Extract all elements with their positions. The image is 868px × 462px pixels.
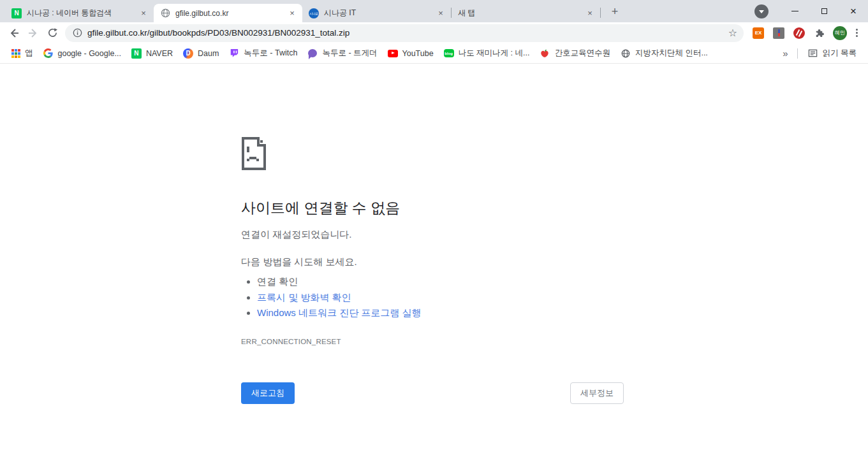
bookmarks-overflow-button[interactable]: » bbox=[779, 48, 791, 59]
tab-title: 시나공 : 네이버 통합검색 bbox=[27, 8, 133, 18]
speech-bubble-icon bbox=[307, 48, 318, 59]
bookmark-daum[interactable]: D Daum bbox=[178, 47, 224, 61]
bookmark-star-icon[interactable]: ☆ bbox=[728, 27, 737, 39]
bookmark-label: 녹두로 - 트게더 bbox=[322, 48, 377, 59]
tab-close-icon[interactable]: × bbox=[138, 8, 149, 18]
back-button[interactable] bbox=[5, 24, 23, 42]
apps-grid-icon bbox=[11, 49, 20, 58]
refresh-icon bbox=[47, 27, 58, 38]
page-info-icon[interactable] bbox=[73, 28, 82, 38]
error-container: 사이트에 연결할 수 없음 연결이 재설정되었습니다. 다음 방법을 시도해 보… bbox=[241, 64, 624, 404]
reading-list-icon bbox=[808, 48, 818, 59]
reload-button[interactable]: 새로고침 bbox=[241, 382, 295, 404]
daum-icon: D bbox=[183, 48, 193, 59]
bookmark-label: 앱 bbox=[25, 48, 33, 59]
reading-list-button[interactable]: 읽기 목록 bbox=[803, 46, 862, 61]
extension-bar-icon[interactable] bbox=[773, 27, 784, 39]
bookmark-naver[interactable]: N NAVER bbox=[126, 47, 178, 61]
naver-icon: N bbox=[131, 48, 142, 59]
url-text[interactable]: gfile.gilbut.co.kr/gilbut/bookpds/PD03/B… bbox=[87, 28, 723, 38]
extensions-puzzle-icon[interactable] bbox=[810, 24, 828, 42]
tab-title: gfile.gilbut.co.kr bbox=[175, 9, 282, 18]
bookmark-label: 지방자치단체 인터... bbox=[635, 48, 708, 59]
tab-naver-search[interactable]: N 시나공 : 네이버 통합검색 × bbox=[5, 4, 154, 22]
suggestion-intro: 다음 방법을 시도해 보세요. bbox=[241, 256, 624, 268]
extension-ex-icon[interactable]: EX bbox=[753, 27, 764, 39]
bookmark-youtube[interactable]: YouTube bbox=[383, 47, 439, 61]
restore-icon bbox=[821, 8, 827, 14]
tab-close-icon[interactable]: × bbox=[436, 8, 446, 18]
bookmark-label: YouTube bbox=[402, 49, 434, 58]
google-g-icon bbox=[43, 48, 54, 59]
bookmark-twitch[interactable]: 녹두로 - Twitch bbox=[224, 46, 302, 61]
suggestion-item: 프록시 및 방화벽 확인 bbox=[257, 290, 624, 306]
tab-strip: N 시나공 : 네이버 통합검색 × gfile.gilbut.co.kr × … bbox=[0, 0, 868, 22]
tab-close-icon[interactable]: × bbox=[287, 8, 297, 18]
apple-icon bbox=[540, 48, 550, 59]
profile-avatar[interactable]: 혜민 bbox=[833, 26, 847, 40]
bookmark-local-gov[interactable]: 지방자치단체 인터... bbox=[615, 46, 713, 61]
media-controls-button[interactable] bbox=[754, 4, 769, 18]
bookmark-label: 나도 재미나게 : 네... bbox=[459, 48, 530, 59]
forward-button[interactable] bbox=[24, 24, 42, 42]
browser-menu-icon[interactable] bbox=[856, 29, 858, 37]
address-bar[interactable]: gfile.gilbut.co.kr/gilbut/bookpds/PD03/B… bbox=[65, 24, 744, 42]
tab-close-icon[interactable]: × bbox=[585, 8, 595, 18]
toolbar: gfile.gilbut.co.kr/gilbut/bookpds/PD03/B… bbox=[0, 22, 868, 43]
close-icon: × bbox=[850, 6, 857, 17]
extension-red-icon[interactable] bbox=[793, 27, 805, 39]
bookmark-label: 녹두로 - Twitch bbox=[244, 48, 297, 59]
divider bbox=[797, 48, 798, 59]
tab-title: 시나공 IT bbox=[324, 8, 430, 18]
blog-icon: blog bbox=[444, 49, 454, 57]
naver-favicon: N bbox=[11, 8, 22, 18]
bookmark-tgd[interactable]: 녹두로 - 트게더 bbox=[302, 46, 382, 61]
reading-list-label: 읽기 목록 bbox=[823, 48, 857, 59]
error-title: 사이트에 연결할 수 없음 bbox=[241, 198, 624, 218]
tab-gfile-active[interactable]: gfile.gilbut.co.kr × bbox=[154, 4, 302, 22]
proxy-firewall-link[interactable]: 프록시 및 방화벽 확인 bbox=[257, 292, 351, 303]
bookmarks-bar: 앱 google - Google... N NAVER D Daum 녹두로 … bbox=[0, 43, 868, 64]
close-button[interactable]: × bbox=[839, 0, 868, 22]
bookmark-label: google - Google... bbox=[58, 49, 121, 58]
forward-icon bbox=[27, 27, 39, 39]
suggestion-item: Windows 네트워크 진단 프로그램 실행 bbox=[257, 305, 624, 321]
suggestion-item: 연결 확인 bbox=[257, 274, 624, 290]
tab-separator bbox=[600, 8, 601, 18]
tab-new-tab[interactable]: 새 탭 × bbox=[452, 4, 600, 22]
error-code: ERR_CONNECTION_RESET bbox=[241, 338, 624, 345]
bookmark-label: NAVER bbox=[146, 49, 173, 58]
error-actions: 새로고침 세부정보 bbox=[241, 382, 624, 404]
minimize-icon bbox=[791, 11, 798, 11]
tab-sinagong-it[interactable]: 시나공 시나공 IT × bbox=[302, 4, 451, 22]
bookmark-label: 간호교육연수원 bbox=[554, 48, 610, 59]
back-icon bbox=[8, 27, 20, 39]
bookmark-label: Daum bbox=[198, 49, 219, 58]
bookmark-apps[interactable]: 앱 bbox=[6, 46, 38, 61]
window-controls: × bbox=[754, 0, 868, 22]
twitch-icon bbox=[229, 48, 239, 59]
youtube-icon bbox=[388, 48, 398, 59]
refresh-button[interactable] bbox=[43, 24, 61, 42]
page-content: 사이트에 연결할 수 없음 연결이 재설정되었습니다. 다음 방법을 시도해 보… bbox=[0, 64, 868, 462]
minimize-button[interactable] bbox=[780, 0, 809, 22]
chevron-down-icon bbox=[759, 10, 764, 13]
bookmark-nurse-edu[interactable]: 간호교육연수원 bbox=[534, 46, 615, 61]
globe-icon bbox=[621, 48, 631, 59]
globe-favicon bbox=[160, 8, 170, 18]
sad-file-icon bbox=[241, 137, 267, 170]
tab-title: 새 탭 bbox=[458, 8, 580, 18]
windows-diagnostics-link[interactable]: Windows 네트워크 진단 프로그램 실행 bbox=[257, 307, 422, 318]
restore-button[interactable] bbox=[809, 0, 839, 22]
sinagong-favicon: 시나공 bbox=[309, 8, 319, 18]
bookmark-google[interactable]: google - Google... bbox=[38, 47, 126, 61]
suggestion-list: 연결 확인 프록시 및 방화벽 확인 Windows 네트워크 진단 프로그램 … bbox=[241, 274, 624, 321]
details-button[interactable]: 세부정보 bbox=[570, 382, 624, 404]
error-message: 연결이 재설정되었습니다. bbox=[241, 229, 624, 241]
new-tab-button[interactable]: + bbox=[606, 3, 624, 21]
bookmark-naver-blog[interactable]: blog 나도 재미나게 : 네... bbox=[439, 46, 535, 61]
